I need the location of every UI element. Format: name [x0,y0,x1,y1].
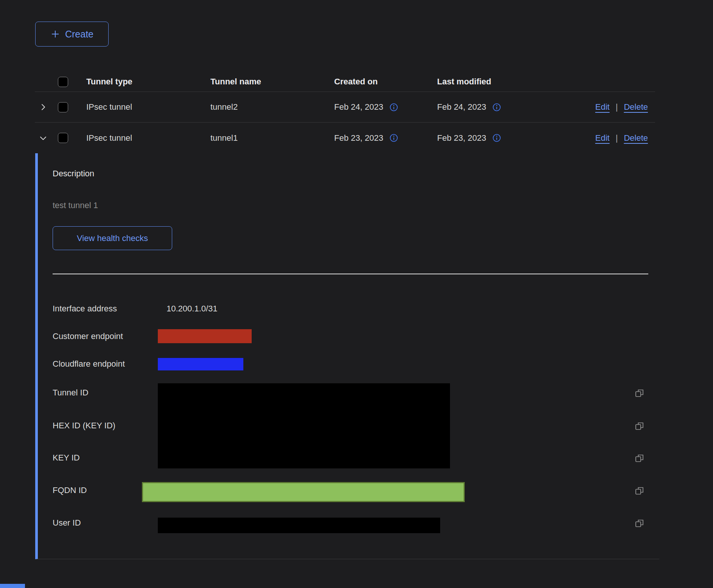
edit-link[interactable]: Edit [595,133,610,143]
header-last-modified: Last modified [427,77,576,87]
actions-separator: | [616,133,618,143]
tunnel-id-label: Tunnel ID [53,387,89,398]
info-icon[interactable] [389,103,399,112]
user-id-label: User ID [53,518,81,528]
row-actions: Edit | Delete [576,102,655,112]
cloudflare-endpoint-redaction [158,358,243,370]
horizontal-scrollbar-thumb[interactable] [0,584,25,588]
tunnel-type-cell: IPsec tunnel [76,102,200,112]
last-modified-value: Feb 23, 2023 [437,133,486,143]
hex-id-label: HEX ID (KEY ID) [53,420,115,431]
create-button-label: Create [65,29,93,40]
info-icon[interactable] [389,133,399,143]
row-checkbox[interactable] [58,102,68,112]
copy-hex-id-button[interactable] [634,420,645,432]
last-modified-cell: Feb 23, 2023 [427,133,576,143]
info-icon[interactable] [492,133,501,143]
copy-user-id-button[interactable] [634,518,645,529]
copy-tunnel-id-button[interactable] [634,387,645,399]
description-label: Description [53,168,94,179]
created-on-value: Feb 23, 2023 [334,133,383,143]
customer-endpoint-label: Customer endpoint [53,331,123,342]
delete-link[interactable]: Delete [624,102,648,112]
tunnel-type-cell: IPsec tunnel [76,133,200,143]
key-id-label: KEY ID [53,453,80,463]
tunnels-table: Tunnel type Tunnel name Created on Last … [35,72,655,153]
create-button[interactable]: Create [35,22,109,47]
table-header-row: Tunnel type Tunnel name Created on Last … [35,72,655,92]
interface-address-label: Interface address [53,303,117,314]
table-row: IPsec tunnel tunnel2 Feb 24, 2023 Feb 24… [35,92,655,123]
created-on-cell: Feb 24, 2023 [324,102,427,112]
description-value: test tunnel 1 [53,200,98,211]
plus-icon [50,29,60,39]
info-icon[interactable] [492,103,501,112]
fqdn-id-label: FQDN ID [53,485,87,496]
copy-key-id-button[interactable] [634,453,645,464]
section-divider [53,274,648,274]
interface-address-value: 10.200.1.0/31 [167,303,218,314]
header-tunnel-type: Tunnel type [76,77,200,87]
collapse-row-button[interactable] [35,134,51,142]
header-created-on: Created on [324,77,427,87]
fqdn-id-redaction [142,482,465,502]
header-tunnel-name: Tunnel name [200,77,324,87]
customer-endpoint-redaction [158,329,252,343]
expand-row-button[interactable] [35,103,51,111]
tunnel-name-cell: tunnel2 [200,102,324,112]
delete-link[interactable]: Delete [624,133,648,143]
select-all-checkbox[interactable] [58,77,68,87]
chevron-down-icon [39,134,47,142]
row-checkbox[interactable] [58,133,68,143]
user-id-redaction [158,518,440,533]
actions-separator: | [616,102,618,112]
cloudflare-endpoint-label: Cloudflare endpoint [53,359,125,369]
last-modified-value: Feb 24, 2023 [437,102,486,112]
ids-redaction-block [158,383,450,468]
view-health-checks-button[interactable]: View health checks [53,226,172,250]
last-modified-cell: Feb 24, 2023 [427,102,576,112]
table-row: IPsec tunnel tunnel1 Feb 23, 2023 Feb 23… [35,123,655,153]
tunnel-detail-panel: Description test tunnel 1 View health ch… [35,153,659,559]
created-on-value: Feb 24, 2023 [334,102,383,112]
edit-link[interactable]: Edit [595,102,610,112]
created-on-cell: Feb 23, 2023 [324,133,427,143]
row-actions: Edit | Delete [576,133,655,143]
copy-fqdn-id-button[interactable] [634,485,645,496]
tunnel-name-cell: tunnel1 [200,133,324,143]
chevron-right-icon [39,103,47,111]
